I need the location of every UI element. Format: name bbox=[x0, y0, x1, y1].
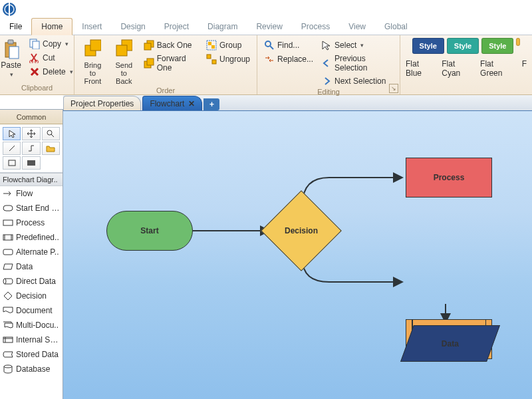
svg-rect-23 bbox=[9, 160, 15, 166]
tab-file[interactable]: File bbox=[0, 19, 31, 35]
paste-icon bbox=[3, 39, 20, 60]
svg-rect-1 bbox=[8, 40, 13, 44]
shape-process[interactable]: Process bbox=[0, 215, 63, 230]
close-icon[interactable]: ✕ bbox=[188, 99, 195, 108]
svg-rect-30 bbox=[3, 337, 13, 342]
panel-header-common[interactable]: Common bbox=[0, 110, 63, 124]
style-flat-green-button[interactable]: Style bbox=[481, 38, 513, 54]
tab-design[interactable]: Design bbox=[111, 19, 154, 35]
style-flat-cyan-button[interactable]: Style bbox=[447, 38, 479, 54]
svg-rect-10 bbox=[116, 45, 127, 56]
tool-connector[interactable] bbox=[22, 142, 40, 155]
tab-process[interactable]: Process bbox=[292, 19, 339, 35]
node-data[interactable]: Data bbox=[400, 325, 500, 362]
shape-decision[interactable]: Decision bbox=[0, 289, 63, 303]
tool-rect[interactable] bbox=[3, 156, 21, 170]
tab-insert[interactable]: Insert bbox=[72, 19, 111, 35]
find-button[interactable]: Find... bbox=[261, 39, 316, 52]
svg-rect-28 bbox=[3, 249, 13, 255]
style-label-flat-green: Flat Green bbox=[480, 59, 514, 78]
tool-line[interactable] bbox=[3, 142, 21, 155]
shape-database[interactable]: Database bbox=[0, 362, 63, 376]
svg-rect-24 bbox=[27, 160, 35, 166]
svg-rect-4 bbox=[33, 41, 39, 49]
select-button[interactable]: Select▾ bbox=[319, 39, 396, 52]
add-tab-button[interactable]: + bbox=[203, 98, 219, 110]
shape-internal-storage[interactable]: Internal Sto.. bbox=[0, 332, 63, 347]
shape-flow[interactable]: Flow bbox=[0, 186, 63, 201]
style-flat-blue-button[interactable]: Style bbox=[412, 38, 444, 54]
copy-icon bbox=[29, 39, 40, 49]
bring-to-front-button[interactable]: Bring to Front bbox=[78, 37, 107, 86]
editing-label: Editing bbox=[317, 88, 340, 97]
style-more-button[interactable] bbox=[516, 38, 520, 46]
tool-folder[interactable] bbox=[42, 142, 60, 155]
next-selection-button[interactable]: Next Selection bbox=[319, 74, 396, 88]
copy-button[interactable]: Copy▾ bbox=[27, 37, 76, 51]
find-icon bbox=[264, 40, 275, 51]
select-icon bbox=[321, 40, 332, 51]
tab-view[interactable]: View bbox=[339, 19, 375, 35]
ungroup-icon bbox=[206, 54, 217, 65]
group-button[interactable]: Group bbox=[203, 39, 253, 52]
node-decision[interactable]: Decision bbox=[273, 202, 330, 259]
order-label: Order bbox=[156, 86, 175, 96]
node-process[interactable]: Process bbox=[406, 158, 492, 198]
shape-multi-document[interactable]: Multi-Docu.. bbox=[0, 318, 63, 332]
back-one-icon bbox=[144, 40, 154, 51]
document-tabs: Project Properties Flowchart✕ + bbox=[63, 95, 532, 111]
back-one-button[interactable]: Back One bbox=[141, 39, 201, 52]
svg-rect-2 bbox=[9, 47, 19, 59]
svg-rect-19 bbox=[212, 60, 216, 64]
tool-move[interactable] bbox=[22, 127, 40, 140]
shape-stored-data[interactable]: Stored Data bbox=[0, 347, 63, 362]
tab-project[interactable]: Project bbox=[155, 19, 198, 35]
delete-button[interactable]: Delete▾ bbox=[27, 65, 76, 78]
tab-home[interactable]: Home bbox=[31, 18, 72, 35]
style-label-flat-cyan: Flat Cyan bbox=[442, 59, 472, 78]
tool-grid bbox=[0, 124, 63, 173]
ribbon-group-styles: Style Style Style Flat Blue Flat Cyan Fl… bbox=[400, 35, 532, 94]
shape-start-end[interactable]: Start End S.. bbox=[0, 201, 63, 215]
shape-alternate[interactable]: Alternate P.. bbox=[0, 245, 63, 259]
editing-dialog-launcher[interactable]: ↘ bbox=[389, 84, 398, 93]
svg-point-22 bbox=[47, 130, 52, 135]
send-back-icon bbox=[115, 39, 132, 60]
tool-rect2[interactable] bbox=[22, 156, 40, 170]
paste-button[interactable]: Paste ▾ bbox=[0, 37, 24, 80]
prev-selection-button[interactable]: Previous Selection bbox=[319, 53, 396, 74]
ungroup-button[interactable]: Ungroup bbox=[203, 53, 253, 66]
forward-one-icon bbox=[144, 58, 154, 68]
shape-document[interactable]: Document bbox=[0, 303, 63, 318]
tab-flowchart[interactable]: Flowchart✕ bbox=[142, 96, 202, 110]
tool-zoom[interactable] bbox=[42, 127, 60, 140]
shape-data[interactable]: Data bbox=[0, 259, 63, 274]
style-label-flat-blue: Flat Blue bbox=[406, 59, 434, 78]
forward-one-button[interactable]: Forward One bbox=[141, 53, 201, 74]
ribbon-group-order: Bring to Front Send to Back Back One For… bbox=[74, 35, 257, 94]
replace-icon bbox=[264, 54, 275, 65]
style-label-more: F bbox=[522, 59, 527, 78]
cut-icon bbox=[29, 53, 40, 63]
shape-predefined[interactable]: Predefined.. bbox=[0, 230, 63, 245]
tab-diagram[interactable]: Diagram bbox=[198, 19, 247, 35]
prev-sel-icon bbox=[321, 58, 332, 68]
svg-rect-18 bbox=[207, 55, 211, 59]
app-logo-icon bbox=[3, 3, 16, 16]
menu-tabs: File Home Insert Design Project Diagram … bbox=[0, 19, 532, 35]
svg-point-20 bbox=[265, 41, 271, 47]
tool-pointer[interactable] bbox=[3, 127, 21, 140]
clipboard-label: Clipboard bbox=[21, 84, 53, 93]
tab-review[interactable]: Review bbox=[247, 19, 291, 35]
node-start[interactable]: Start bbox=[106, 211, 193, 251]
shape-direct-data[interactable]: Direct Data bbox=[0, 274, 63, 289]
diagram-canvas[interactable]: Start Decision Process Predefined Proces… bbox=[63, 111, 532, 399]
svg-rect-26 bbox=[3, 220, 13, 225]
replace-button[interactable]: Replace... bbox=[261, 53, 316, 66]
cut-button[interactable]: Cut bbox=[27, 51, 76, 65]
tab-project-properties[interactable]: Project Properties bbox=[63, 96, 141, 110]
category-header[interactable]: Flowchart Diagr.. bbox=[0, 173, 63, 186]
flow-icon bbox=[3, 190, 13, 198]
tab-global[interactable]: Global bbox=[375, 19, 417, 35]
send-to-back-button[interactable]: Send to Back bbox=[110, 37, 138, 86]
